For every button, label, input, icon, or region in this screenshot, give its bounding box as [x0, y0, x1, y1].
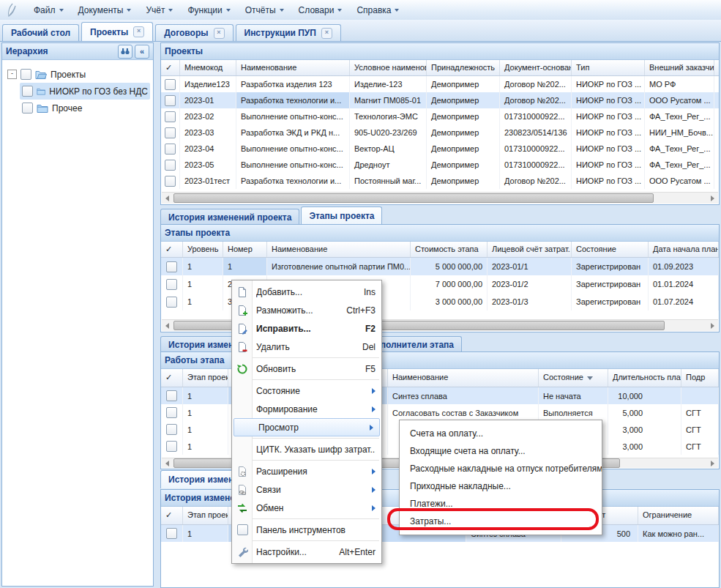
column-header[interactable]: Подр	[681, 369, 719, 387]
menu-item-citk[interactable]: ЦИТК. Указать шифр затрат...	[232, 440, 381, 458]
tree-item-other[interactable]: Прочее	[20, 100, 150, 116]
collapse-expander-icon[interactable]	[7, 70, 17, 79]
scroll-left-button[interactable]	[162, 193, 173, 204]
menu-item-exchange[interactable]: Обмен	[232, 499, 381, 517]
column-header[interactable]: ✓	[161, 369, 183, 387]
row-checkbox[interactable]	[165, 144, 176, 155]
submenu-item[interactable]: Приходные накладные...	[400, 477, 602, 495]
row-checkbox[interactable]	[165, 160, 176, 171]
row-checkbox[interactable]	[166, 261, 177, 272]
tree-item-niokr[interactable]: НИОКР по ГОЗ без НДС	[20, 83, 150, 100]
table-row[interactable]: 2023-01 Разработка технологии и... Магни…	[161, 92, 719, 108]
menubar-item[interactable]: Отчёты	[238, 2, 291, 18]
table-row[interactable]: 2023-01тест Разработка технологии и... П…	[161, 173, 719, 189]
column-header[interactable]: Ограничение	[638, 507, 719, 524]
row-checkbox[interactable]	[165, 176, 176, 187]
menu-item-links[interactable]: Связи	[232, 480, 381, 499]
column-header[interactable]: Номер	[223, 242, 267, 257]
table-row[interactable]: Изделие123 Разработка изделия 123 Издели…	[161, 76, 719, 92]
table-row[interactable]: 1 1 Изготовление опытной партии ПМ0... 5…	[161, 258, 719, 275]
tab-contracts[interactable]: Договоры	[155, 24, 233, 41]
menubar-item[interactable]: Документы	[71, 2, 139, 18]
column-header[interactable]: Этап проекта	[183, 507, 228, 524]
column-header[interactable]: Принадлежность	[427, 60, 500, 75]
column-header[interactable]: Состояние	[539, 369, 608, 387]
collapse-panel-icon[interactable]	[135, 45, 149, 59]
column-header[interactable]: ✓	[161, 60, 180, 75]
submenu-item[interactable]: Расходные накладные на отпуск потребител…	[400, 460, 602, 477]
menu-item-settings[interactable]: Настройки... Alt+Enter	[232, 543, 381, 561]
row-checkbox[interactable]	[166, 390, 177, 401]
column-header[interactable]: ✓	[161, 242, 183, 257]
menubar-item[interactable]: Файл	[26, 2, 71, 18]
row-checkbox[interactable]	[166, 424, 177, 435]
tree-item-projects[interactable]: Проекты	[5, 66, 150, 83]
tab-instructions[interactable]: Инструкции ПУП	[236, 24, 341, 41]
row-checkbox[interactable]	[165, 127, 176, 138]
column-header[interactable]: Документ-основан	[500, 60, 572, 75]
tree-checkbox[interactable]	[22, 103, 33, 113]
menubar-item[interactable]: Словари	[291, 2, 350, 18]
row-checkbox[interactable]	[165, 95, 176, 106]
column-header[interactable]: Наименование	[236, 60, 350, 75]
column-header[interactable]: Длительность план	[608, 369, 681, 387]
column-header[interactable]: ✓	[161, 507, 183, 524]
tree-checkbox[interactable]	[20, 69, 31, 80]
menu-item-forming[interactable]: Формирование	[232, 400, 381, 418]
scroll-right-button[interactable]	[706, 193, 718, 204]
menu-item-refresh[interactable]: Обновить F5	[232, 360, 381, 378]
find-icon[interactable]	[118, 45, 132, 59]
submenu-item[interactable]: Счета на оплату...	[400, 425, 602, 442]
row-checkbox[interactable]	[166, 279, 177, 290]
column-header[interactable]: Стоимость этапа	[411, 242, 487, 257]
column-header[interactable]: Наименование	[267, 242, 411, 257]
column-header[interactable]: Дата начала план	[649, 242, 719, 257]
column-header[interactable]: Наименование	[388, 369, 539, 387]
row-checkbox[interactable]	[165, 79, 176, 90]
table-row[interactable]: 2023-04 Выполнение опытно-конс... Вектор…	[161, 141, 719, 157]
submenu-item[interactable]: Входящие счета на оплату...	[400, 442, 602, 460]
tab-project-history[interactable]: История изменений проекта	[160, 209, 299, 225]
menu-item-view[interactable]: Просмотр	[234, 418, 380, 436]
menu-item-duplicate[interactable]: Размножить... Ctrl+F3	[232, 301, 381, 319]
submenu-item[interactable]: Платежи...	[400, 495, 602, 513]
submenu-item[interactable]: Затраты...	[400, 513, 602, 530]
tab-project-stages[interactable]: Этапы проекта	[301, 206, 382, 225]
menu-item-delete[interactable]: Удалить Del	[232, 338, 381, 356]
tab-desktop[interactable]: Рабочий стол	[2, 24, 79, 41]
menu-item-toolbar[interactable]: Панель инструментов	[232, 521, 381, 539]
table-row[interactable]: 2023-03 Разработка ЭКД и РКД н... 905-U0…	[161, 124, 719, 141]
menubar-item[interactable]: Учёт	[138, 2, 180, 18]
row-checkbox[interactable]	[166, 441, 177, 452]
close-icon[interactable]	[214, 28, 225, 39]
horizontal-scrollbar[interactable]	[162, 192, 718, 204]
row-checkbox[interactable]	[165, 111, 176, 122]
column-header[interactable]: Мнемокод	[180, 60, 236, 75]
row-checkbox[interactable]	[166, 528, 177, 539]
scroll-left-button[interactable]	[162, 320, 173, 331]
row-checkbox[interactable]	[166, 297, 177, 308]
column-header[interactable]	[714, 60, 721, 75]
tab-projects[interactable]: Проекты	[81, 22, 153, 41]
column-header[interactable]: Тип	[572, 60, 645, 75]
column-header[interactable]: Лицевой счёт затрат.	[487, 242, 572, 257]
scroll-left-button[interactable]	[162, 458, 173, 469]
column-header[interactable]: Уровень	[183, 242, 223, 257]
menubar-item[interactable]: Справка	[349, 2, 406, 18]
row-checkbox[interactable]	[166, 407, 177, 418]
column-header[interactable]: Состояние	[572, 242, 649, 257]
scroll-right-button[interactable]	[706, 458, 718, 469]
scroll-right-button[interactable]	[706, 320, 718, 331]
close-icon[interactable]	[133, 26, 144, 37]
close-icon[interactable]	[321, 28, 332, 39]
table-row[interactable]: 2023-02 Выполнение опытно-конс... Технол…	[161, 108, 719, 124]
menubar-item[interactable]: Функции	[180, 2, 237, 18]
menu-item-extensions[interactable]: Расширения	[232, 462, 381, 480]
menu-item-state[interactable]: Состояние	[232, 382, 381, 400]
column-header[interactable]: Условное наименова	[350, 60, 427, 75]
column-header[interactable]: Этап проекта	[183, 369, 228, 387]
tree-checkbox[interactable]	[22, 86, 33, 97]
table-row[interactable]: 2023-05 Выполнение опытно-конс... Дредно…	[161, 157, 719, 173]
menu-item-add[interactable]: Добавить... Ins	[232, 283, 381, 301]
column-header[interactable]: Внешний заказчик	[645, 60, 714, 75]
